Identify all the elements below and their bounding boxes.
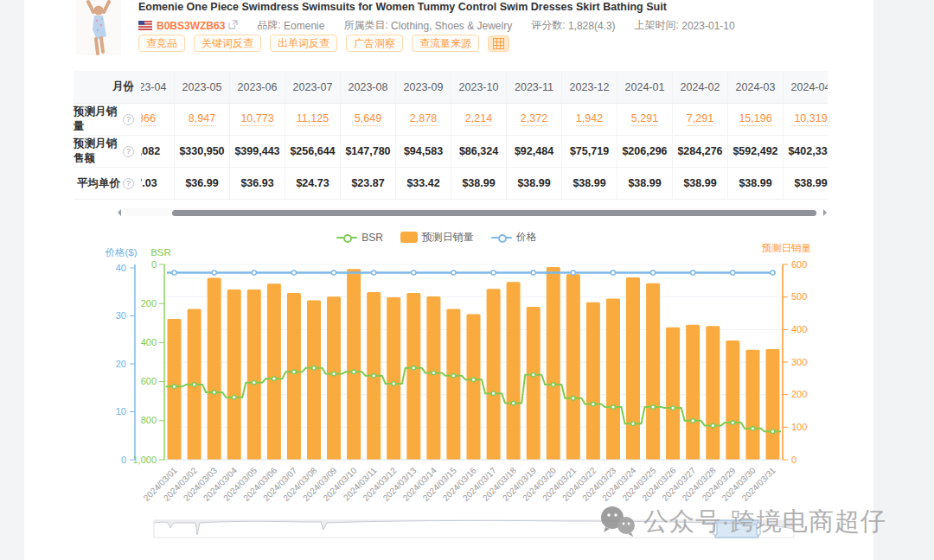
bsr-point <box>491 391 496 396</box>
price-tick: 10 <box>116 406 126 417</box>
bsr-point <box>392 382 396 386</box>
price-point <box>491 270 496 275</box>
price-point <box>212 270 216 275</box>
bsr-point <box>232 395 236 399</box>
price-point <box>731 270 735 275</box>
daily-sales-bar <box>446 309 460 460</box>
daily-sales-bar <box>406 293 420 460</box>
bsr-tick: 800 <box>141 415 157 425</box>
daily-sales-bar <box>327 296 341 460</box>
bsr-point <box>651 405 656 410</box>
bsr-point <box>253 380 257 385</box>
price-point <box>372 270 376 275</box>
daily-sales-bar <box>586 302 600 460</box>
price-tick: 0 <box>121 455 126 465</box>
price-point <box>412 270 416 275</box>
bsr-point <box>471 378 476 382</box>
bsr-point <box>592 402 596 406</box>
bsr-tick: 200 <box>141 298 157 309</box>
daily-sales-bar <box>686 325 700 460</box>
daily-sales-bar <box>487 289 501 460</box>
price-point <box>172 270 176 275</box>
product-analytics-page: Eomenie One Piece Swimdress Swimsuits fo… <box>0 0 934 560</box>
bsr-point <box>192 383 196 387</box>
daily-sales-bar <box>267 283 281 460</box>
price-point <box>252 270 256 275</box>
slider-handle-left[interactable] <box>713 523 717 535</box>
daily-sales-bar <box>247 290 261 460</box>
price-point <box>291 270 296 275</box>
daily-forecast-chart: 40302010002004006008001,0006005004003002… <box>0 0 934 560</box>
daily-sales-bar <box>426 296 440 460</box>
daily-sales-bar <box>766 349 780 460</box>
bsr-point <box>332 372 336 376</box>
sales-tick: 600 <box>791 259 807 270</box>
bsr-point <box>771 430 775 434</box>
datazoom-slider[interactable] <box>154 520 794 538</box>
slider-handle-right[interactable] <box>757 523 760 535</box>
sales-axis-name: 预测日销量 <box>762 243 812 253</box>
price-point <box>691 270 695 275</box>
price-point <box>611 270 615 275</box>
bsr-point <box>711 423 715 428</box>
price-axis-name: 价格($) <box>105 247 137 258</box>
sales-tick: 0 <box>791 455 796 465</box>
bsr-point <box>352 370 356 374</box>
price-point <box>651 270 656 275</box>
daily-sales-bar <box>307 300 321 460</box>
bsr-point <box>531 372 535 377</box>
daily-sales-bar <box>706 326 720 460</box>
daily-sales-bar <box>606 299 620 460</box>
daily-sales-bar <box>467 315 481 460</box>
price-tick: 20 <box>116 359 126 369</box>
bsr-point <box>552 383 556 387</box>
bsr-tick: 0 <box>151 259 157 270</box>
daily-sales-bar <box>666 328 680 460</box>
bsr-point <box>511 401 515 405</box>
bsr-point <box>272 377 277 381</box>
price-point <box>771 270 775 275</box>
daily-sales-bar <box>287 293 301 460</box>
daily-sales-bar <box>527 307 541 460</box>
bsr-point <box>451 374 456 379</box>
sales-tick: 100 <box>791 422 807 432</box>
bsr-point <box>671 406 675 410</box>
bsr-point <box>751 427 755 431</box>
bsr-tick: 600 <box>141 376 157 386</box>
bsr-axis-name: BSR <box>150 247 171 258</box>
daily-sales-bar <box>566 274 580 460</box>
bsr-tick: 400 <box>141 337 157 347</box>
daily-sales-bar <box>626 277 640 460</box>
daily-sales-bar <box>168 319 182 460</box>
bsr-tick: 1,000 <box>132 455 157 465</box>
daily-sales-bar <box>347 269 361 460</box>
bsr-point <box>312 366 317 371</box>
daily-sales-bar <box>646 283 660 460</box>
sales-tick: 200 <box>791 389 807 399</box>
sales-tick: 300 <box>791 357 807 367</box>
daily-sales-bar <box>208 277 221 460</box>
bsr-point <box>292 370 297 374</box>
daily-sales-bar <box>745 350 759 460</box>
daily-sales-bar <box>227 290 241 460</box>
bsr-point <box>172 385 176 389</box>
bsr-point <box>212 391 216 395</box>
bsr-point <box>731 421 735 425</box>
bsr-point <box>631 422 636 426</box>
price-point <box>571 270 575 275</box>
sales-tick: 500 <box>791 291 807 302</box>
daily-sales-bar <box>547 267 560 460</box>
bsr-point <box>691 419 695 423</box>
bsr-point <box>572 397 576 401</box>
price-point <box>531 270 535 275</box>
bsr-point <box>432 371 436 375</box>
price-tick: 30 <box>116 310 126 321</box>
daily-sales-bar <box>387 297 400 460</box>
price-tick: 40 <box>116 263 126 273</box>
sales-tick: 400 <box>791 324 807 334</box>
bsr-point <box>412 366 416 371</box>
slider-selected-window[interactable] <box>715 520 758 538</box>
price-point <box>331 270 336 275</box>
bsr-point <box>372 374 376 379</box>
daily-sales-bar <box>726 340 739 460</box>
